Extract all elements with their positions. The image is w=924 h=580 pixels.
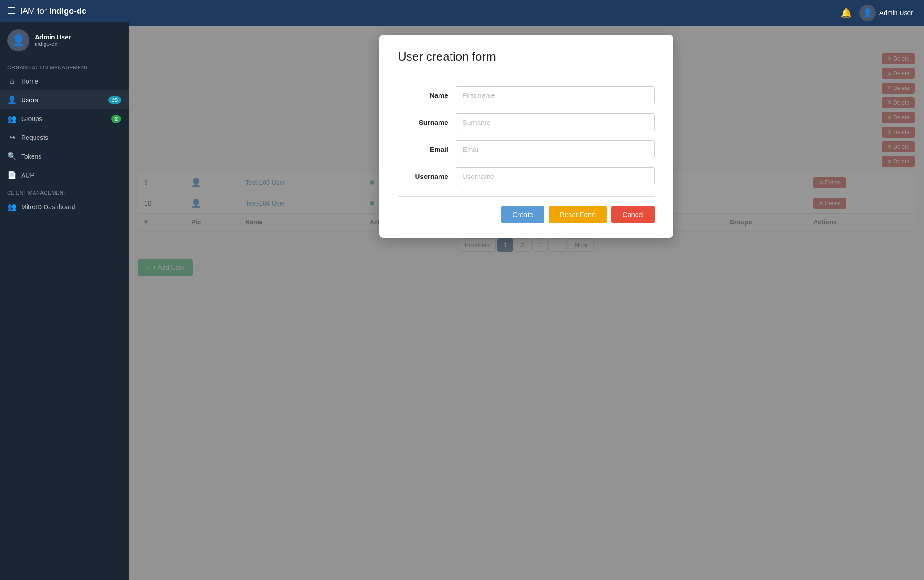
form-row-name: Name xyxy=(398,86,655,104)
modal-top-divider xyxy=(398,75,655,75)
sidebar-item-label-home: Home xyxy=(21,78,38,85)
modal-bottom-divider xyxy=(398,196,655,197)
username-label: Username xyxy=(398,173,448,180)
form-row-username: Username xyxy=(398,167,655,185)
cancel-button[interactable]: Cancel xyxy=(611,206,655,223)
sidebar-item-label-requests: Requests xyxy=(21,134,48,141)
sidebar-item-label-mitreid: MitreID Dashboard xyxy=(21,203,75,211)
notification-bell-icon[interactable]: 🔔 xyxy=(840,7,852,18)
sidebar-header: ☰ IAM for indigo-dc xyxy=(0,0,129,22)
content-area: ✕ Delete ✕ Delete ✕ Delete ✕ Delete ✕ De… xyxy=(129,26,924,580)
sidebar-item-mitreid[interactable]: 👥 MitreID Dashboard xyxy=(0,197,129,216)
surname-input[interactable] xyxy=(456,113,655,131)
user-creation-modal: User creation form Name Surname Email xyxy=(379,35,673,238)
modal-title: User creation form xyxy=(398,50,655,64)
users-badge: 25 xyxy=(108,96,121,104)
sidebar-section-org: Organization Management xyxy=(0,59,129,72)
email-label: Email xyxy=(398,145,448,153)
aup-icon: 📄 xyxy=(7,171,17,179)
name-label: Name xyxy=(398,91,448,99)
sidebar: ☰ IAM for indigo-dc 👤 Admin User indigo-… xyxy=(0,0,129,580)
email-input[interactable] xyxy=(456,140,655,158)
sidebar-item-users[interactable]: 👤 Users 25 xyxy=(0,90,129,109)
groups-icon: 👥 xyxy=(7,114,17,123)
username-input[interactable] xyxy=(456,167,655,185)
reset-form-button[interactable]: Reset Form xyxy=(549,206,607,223)
sidebar-item-label-aup: AUP xyxy=(21,172,34,179)
hamburger-icon[interactable]: ☰ xyxy=(7,6,16,17)
sidebar-item-groups[interactable]: 👥 Groups 2 xyxy=(0,109,129,128)
sidebar-item-home[interactable]: ⌂ Home xyxy=(0,72,129,90)
modal-overlay: User creation form Name Surname Email xyxy=(129,26,924,580)
tokens-icon: 🔍 xyxy=(7,152,17,161)
modal-actions: Create Reset Form Cancel xyxy=(398,206,655,223)
sidebar-user-org: indigo-dc xyxy=(35,41,71,47)
home-icon: ⌂ xyxy=(7,77,17,85)
form-row-email: Email xyxy=(398,140,655,158)
users-icon: 👤 xyxy=(7,95,17,104)
sidebar-app-title: IAM for indigo-dc xyxy=(20,6,86,16)
sidebar-item-label-users: Users xyxy=(21,96,38,104)
sidebar-item-aup[interactable]: 📄 AUP xyxy=(0,166,129,184)
sidebar-item-label-tokens: Tokens xyxy=(21,153,41,160)
sidebar-user-area: 👤 Admin User indigo-dc xyxy=(0,22,129,59)
sidebar-item-requests[interactable]: ↪ Requests xyxy=(0,128,129,147)
sidebar-avatar: 👤 xyxy=(7,29,29,51)
create-button[interactable]: Create xyxy=(501,206,544,223)
requests-icon: ↪ xyxy=(7,133,17,142)
name-input[interactable] xyxy=(456,86,655,104)
topbar-avatar: 👤 xyxy=(859,5,876,21)
mitreid-icon: 👥 xyxy=(7,202,17,211)
sidebar-item-tokens[interactable]: 🔍 Tokens xyxy=(0,147,129,166)
sidebar-item-label-groups: Groups xyxy=(21,115,42,123)
groups-badge: 2 xyxy=(111,115,121,123)
topbar-user-area[interactable]: 👤 Admin User xyxy=(859,5,913,21)
sidebar-user-name: Admin User xyxy=(35,33,71,41)
surname-label: Surname xyxy=(398,118,448,126)
topbar-username: Admin User xyxy=(879,9,913,17)
main-area: 🔔 👤 Admin User ✕ Delete ✕ Delete ✕ Delet… xyxy=(129,0,924,580)
sidebar-section-client: Client management xyxy=(0,184,129,197)
topbar: 🔔 👤 Admin User xyxy=(129,0,924,26)
form-row-surname: Surname xyxy=(398,113,655,131)
